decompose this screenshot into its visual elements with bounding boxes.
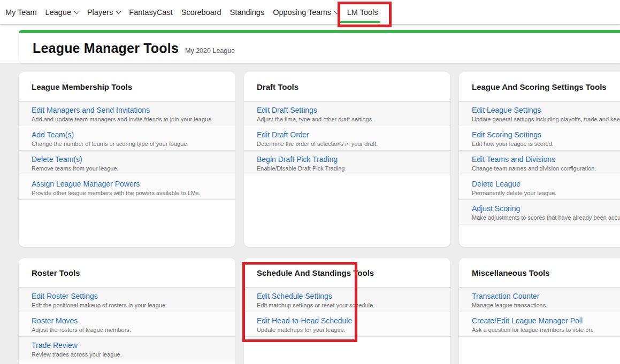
nav-item-label: Opposing Teams bbox=[273, 8, 331, 17]
tool-list: Edit Roster Settings Edit the positional… bbox=[19, 288, 235, 361]
nav-item-fantasycast[interactable]: FantasyCast bbox=[126, 0, 175, 24]
edit-head-to-head-schedule-link[interactable]: Edit Head-to-Head Schedule bbox=[257, 316, 352, 326]
nav-item-league[interactable]: League bbox=[42, 0, 82, 24]
card-title: League And Scoring Settings Tools bbox=[459, 72, 620, 102]
tool-description: Determine the order of selections in you… bbox=[257, 141, 438, 148]
tool-row[interactable]: Adjust Scoring Make adjustments to score… bbox=[459, 200, 620, 224]
tool-row[interactable]: Begin Draft Pick Trading Enable/Disable … bbox=[244, 151, 450, 175]
tool-row[interactable]: Delete League Permanently delete your le… bbox=[459, 175, 620, 200]
card-title: League Membership Tools bbox=[19, 72, 235, 102]
card-title: Miscellaneous Tools bbox=[459, 258, 620, 288]
nav-item-label: LM Tools bbox=[347, 8, 378, 17]
tool-list: Transaction Counter Manage league transa… bbox=[459, 288, 620, 337]
nav-item-scoreboard[interactable]: Scoreboard bbox=[178, 0, 225, 24]
tool-list: Edit League Settings Update general sett… bbox=[459, 102, 620, 224]
tool-row[interactable]: Assign League Manager Powers Provide oth… bbox=[19, 175, 235, 200]
tool-description: Edit the positional makeup of rosters in… bbox=[32, 302, 223, 309]
tool-row[interactable]: Edit Teams and Divisions Change team nam… bbox=[459, 151, 620, 175]
transaction-counter-link[interactable]: Transaction Counter bbox=[472, 292, 539, 301]
tool-description: Edit how your league is scored. bbox=[472, 141, 620, 148]
chevron-down-icon bbox=[74, 9, 80, 14]
delete-league-link[interactable]: Delete League bbox=[472, 180, 521, 189]
tool-description: Add and update team managers and invite … bbox=[32, 116, 223, 123]
tool-row[interactable]: Edit Draft Order Determine the order of … bbox=[244, 126, 450, 151]
tool-row[interactable]: Edit Scoring Settings Edit how your leag… bbox=[459, 126, 620, 151]
tool-description: Provide other league members with the po… bbox=[32, 190, 223, 197]
edit-scoring-settings-link[interactable]: Edit Scoring Settings bbox=[472, 130, 541, 140]
green-accent-bar bbox=[19, 30, 620, 33]
tool-description: Adjust the rosters of league members. bbox=[32, 327, 223, 334]
chevron-down-icon bbox=[334, 9, 339, 14]
tool-row[interactable]: Delete Team(s) Remove teams from your le… bbox=[19, 151, 235, 175]
begin-draft-pick-trading-link[interactable]: Begin Draft Pick Trading bbox=[257, 155, 338, 164]
nav-item-standings[interactable]: Standings bbox=[227, 0, 268, 24]
nav-item-label: Players bbox=[87, 8, 113, 17]
nav-item-label: FantasyCast bbox=[129, 8, 172, 17]
nav-item-label: League bbox=[45, 8, 71, 17]
roster-moves-link[interactable]: Roster Moves bbox=[32, 316, 78, 326]
edit-managers-link[interactable]: Edit Managers and Send Invitations bbox=[32, 106, 150, 115]
tool-description: Manage league transactions. bbox=[472, 302, 620, 309]
nav-item-label: My Team bbox=[5, 8, 37, 17]
tool-row[interactable]: Edit Head-to-Head Schedule Update matchu… bbox=[244, 312, 450, 337]
tool-row[interactable]: Trade Review Review trades across your l… bbox=[19, 337, 235, 361]
card-title: Roster Tools bbox=[19, 258, 235, 288]
card-title: Draft Tools bbox=[244, 72, 450, 102]
edit-roster-settings-link[interactable]: Edit Roster Settings bbox=[32, 292, 98, 301]
tool-row[interactable]: Transaction Counter Manage league transa… bbox=[459, 288, 620, 312]
tool-row[interactable]: Edit Roster Settings Edit the positional… bbox=[19, 288, 235, 312]
chevron-down-icon bbox=[116, 9, 121, 14]
nav-item-lm-tools[interactable]: LM Tools bbox=[344, 0, 381, 24]
tool-list: Edit Schedule Settings Edit matchup sett… bbox=[244, 288, 450, 337]
nav-item-players[interactable]: Players bbox=[84, 0, 124, 24]
tool-description: Make adjustments to scores that have alr… bbox=[472, 214, 620, 221]
tool-row[interactable]: Edit Draft Settings Adjust the time, typ… bbox=[244, 102, 450, 126]
edit-teams-divisions-link[interactable]: Edit Teams and Divisions bbox=[472, 155, 555, 164]
page-title: League Manager Tools bbox=[33, 41, 179, 56]
tools-grid: League Membership Tools Edit Managers an… bbox=[19, 72, 620, 364]
card-league-membership-tools: League Membership Tools Edit Managers an… bbox=[19, 72, 235, 247]
tool-row[interactable]: Roster Moves Adjust the rosters of leagu… bbox=[19, 312, 235, 337]
assign-lm-powers-link[interactable]: Assign League Manager Powers bbox=[32, 180, 140, 189]
tool-row[interactable]: Add Team(s) Change the number of teams o… bbox=[19, 126, 235, 151]
card-schedule-standings-tools: Schedule And Standings Tools Edit Schedu… bbox=[244, 258, 450, 364]
tool-row[interactable]: Edit League Settings Update general sett… bbox=[459, 102, 620, 126]
add-teams-link[interactable]: Add Team(s) bbox=[32, 130, 74, 140]
nav-item-label: Scoreboard bbox=[181, 8, 221, 17]
edit-draft-order-link[interactable]: Edit Draft Order bbox=[257, 130, 309, 140]
league-name: My 2020 League bbox=[185, 47, 235, 55]
tool-description: Adjust the time, type and other draft se… bbox=[257, 116, 438, 123]
tool-description: Edit matchup settings or reset your sche… bbox=[257, 302, 438, 309]
card-draft-tools: Draft Tools Edit Draft Settings Adjust t… bbox=[244, 72, 450, 247]
tool-description: Ask a question for league members to vot… bbox=[472, 327, 620, 334]
tool-description: Enable/Disable Draft Pick Trading bbox=[257, 165, 438, 172]
delete-teams-link[interactable]: Delete Team(s) bbox=[32, 155, 82, 164]
card-title: Schedule And Standings Tools bbox=[244, 258, 450, 288]
page-header-card: League Manager Tools My 2020 League bbox=[19, 30, 620, 63]
create-edit-lm-poll-link[interactable]: Create/Edit League Manager Poll bbox=[472, 316, 583, 326]
active-tab-indicator bbox=[340, 21, 380, 23]
tool-description: Change team names and division configura… bbox=[472, 165, 620, 172]
nav-item-label: Standings bbox=[230, 8, 265, 17]
card-roster-tools: Roster Tools Edit Roster Settings Edit t… bbox=[19, 258, 235, 364]
tool-row[interactable]: Create/Edit League Manager Poll Ask a qu… bbox=[459, 312, 620, 337]
trade-review-link[interactable]: Trade Review bbox=[32, 341, 78, 350]
tool-list: Edit Draft Settings Adjust the time, typ… bbox=[244, 102, 450, 175]
edit-league-settings-link[interactable]: Edit League Settings bbox=[472, 106, 541, 115]
adjust-scoring-link[interactable]: Adjust Scoring bbox=[472, 204, 520, 213]
tool-description: Remove teams from your league. bbox=[32, 165, 223, 172]
tool-list: Edit Managers and Send Invitations Add a… bbox=[19, 102, 235, 200]
tool-row[interactable]: Edit Managers and Send Invitations Add a… bbox=[19, 102, 235, 126]
nav-item-my-team[interactable]: My Team bbox=[2, 0, 40, 24]
tool-description: Update general settings including playof… bbox=[472, 116, 620, 123]
tool-description: Permanently delete your league. bbox=[472, 190, 620, 197]
edit-draft-settings-link[interactable]: Edit Draft Settings bbox=[257, 106, 317, 115]
tool-description: Update matchups for your league. bbox=[257, 327, 438, 334]
tool-row[interactable]: Edit Schedule Settings Edit matchup sett… bbox=[244, 288, 450, 312]
tool-description: Review trades across your league. bbox=[32, 351, 223, 358]
nav-item-opposing-teams[interactable]: Opposing Teams bbox=[270, 0, 342, 24]
top-navigation: My Team League Players FantasyCast Score… bbox=[0, 0, 620, 25]
card-league-scoring-settings-tools: League And Scoring Settings Tools Edit L… bbox=[459, 72, 620, 247]
card-miscellaneous-tools: Miscellaneous Tools Transaction Counter … bbox=[459, 258, 620, 364]
edit-schedule-settings-link[interactable]: Edit Schedule Settings bbox=[257, 292, 332, 301]
